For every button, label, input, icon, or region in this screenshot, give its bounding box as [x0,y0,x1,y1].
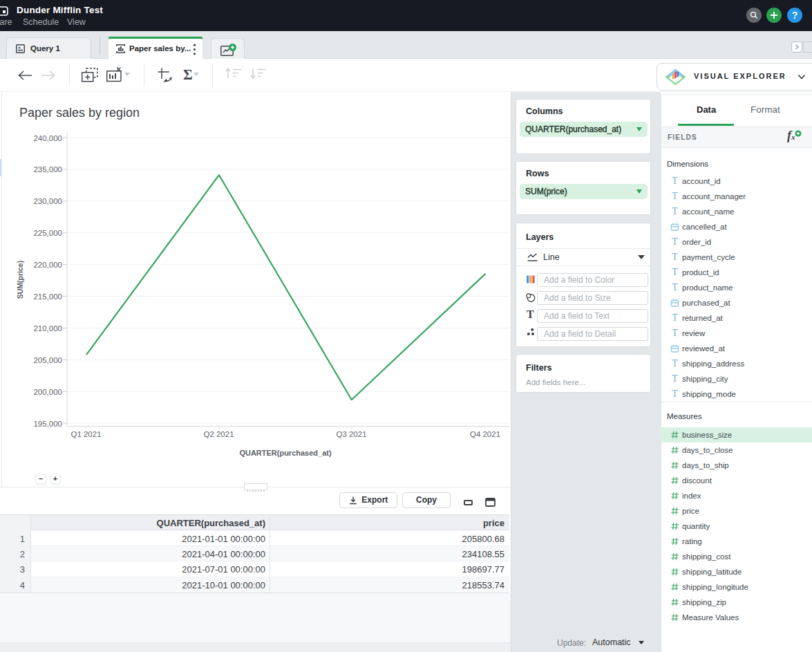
svg-text:240,000: 240,000 [33,134,62,142]
svg-text:Q1 2021: Q1 2021 [70,430,101,438]
svg-text:Q2 2021: Q2 2021 [203,430,234,438]
svg-text:210,000: 210,000 [33,324,62,333]
svg-text:SUM(price): SUM(price) [16,261,24,299]
svg-text:205,000: 205,000 [33,356,62,364]
svg-text:200,000: 200,000 [33,388,62,396]
svg-text:Q4 2021: Q4 2021 [470,430,500,438]
svg-text:Q3 2021: Q3 2021 [336,430,366,438]
svg-text:215,000: 215,000 [33,292,62,301]
svg-text:235,000: 235,000 [33,165,62,174]
svg-text:220,000: 220,000 [33,261,62,269]
svg-text:225,000: 225,000 [33,229,62,237]
svg-text:195,000: 195,000 [33,420,62,428]
svg-text:QUARTER(purchased_at): QUARTER(purchased_at) [239,449,332,457]
svg-text:230,000: 230,000 [33,197,62,205]
